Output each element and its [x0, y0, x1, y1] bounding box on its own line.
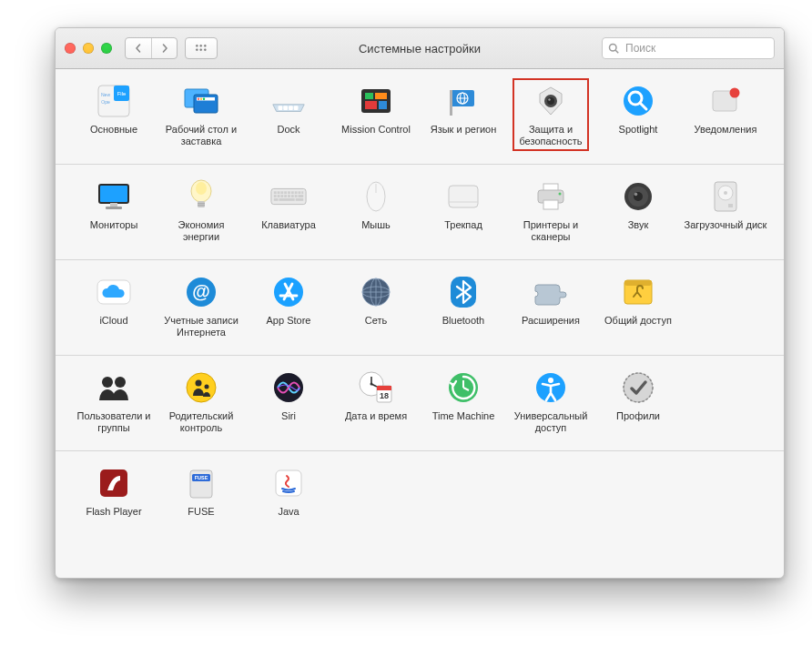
svg-point-30	[624, 86, 653, 116]
svg-rect-19	[375, 93, 387, 99]
pref-mission-control[interactable]: Mission Control	[332, 76, 420, 153]
svg-rect-41	[198, 203, 205, 204]
svg-rect-48	[288, 191, 290, 194]
svg-rect-46	[280, 191, 283, 194]
svg-point-29	[548, 98, 550, 100]
pref-label: Spotlight	[619, 124, 658, 136]
pref-siri[interactable]: Siri	[245, 363, 332, 439]
search-field[interactable]	[602, 37, 775, 59]
pref-profiles[interactable]: Профили	[594, 363, 682, 439]
internet-accounts-icon: @	[182, 273, 220, 311]
pref-accessibility[interactable]: Универсальный доступ	[507, 363, 594, 439]
pref-parental-controls[interactable]: Родительский контроль	[157, 363, 245, 439]
printers-icon	[532, 177, 570, 216]
svg-text:File: File	[117, 91, 127, 96]
svg-point-100	[205, 385, 209, 389]
svg-rect-20	[365, 101, 377, 109]
desktop-screensaver-icon	[182, 82, 220, 120]
window-toolbar: Системные настройки	[56, 28, 784, 69]
parental-controls-icon	[182, 368, 220, 407]
notifications-icon	[706, 82, 745, 120]
prefs-section-3: iCloud @ Учетные записи Интернета	[56, 260, 784, 356]
minimize-button[interactable]	[83, 43, 94, 54]
mouse-icon	[357, 177, 395, 216]
profiles-icon	[619, 368, 657, 407]
forward-button[interactable]	[151, 38, 177, 58]
pref-label: App Store	[267, 315, 311, 327]
pref-label: Защита и безопасность	[509, 124, 593, 147]
pref-flash-player[interactable]: Flash Player	[70, 459, 157, 523]
svg-point-11	[200, 98, 202, 100]
svg-text:@: @	[192, 281, 210, 301]
pref-displays[interactable]: Мониторы	[70, 172, 157, 248]
users-groups-icon	[95, 368, 133, 407]
pref-keyboard[interactable]: Клавиатура	[245, 172, 332, 248]
pref-energy-saver[interactable]: Экономия энергии	[157, 172, 245, 248]
svg-point-113	[548, 378, 553, 383]
svg-point-105	[370, 383, 373, 386]
svg-rect-63	[296, 198, 304, 201]
svg-point-75	[634, 193, 638, 197]
sharing-icon	[619, 273, 657, 311]
svg-rect-62	[279, 198, 295, 201]
java-icon	[269, 464, 308, 502]
pref-sound[interactable]: Звук	[594, 172, 682, 248]
close-button[interactable]	[65, 43, 76, 54]
pref-label: Расширения	[522, 315, 580, 327]
pref-sharing[interactable]: Общий доступ	[594, 267, 682, 344]
pref-label: Звук	[628, 219, 649, 231]
pref-time-machine[interactable]: Time Machine	[420, 363, 507, 439]
svg-rect-54	[278, 195, 280, 197]
pref-internet-accounts[interactable]: @ Учетные записи Интернета	[157, 267, 245, 344]
window-controls	[65, 43, 112, 54]
pref-printers-scanners[interactable]: Принтеры и сканеры	[507, 172, 594, 248]
pref-label: Сеть	[365, 315, 387, 327]
time-machine-icon	[444, 368, 482, 407]
show-all-button[interactable]	[185, 37, 218, 59]
app-store-icon	[269, 273, 308, 311]
pref-extensions[interactable]: Расширения	[507, 267, 594, 344]
pref-app-store[interactable]: App Store	[245, 267, 332, 344]
svg-text:FUSE: FUSE	[195, 475, 208, 480]
pref-label: Siri	[281, 410, 296, 422]
pref-language-region[interactable]: Язык и регион	[420, 76, 507, 153]
pref-label: Mission Control	[341, 124, 411, 136]
svg-rect-107	[377, 386, 391, 390]
svg-rect-61	[274, 198, 279, 201]
pref-label: Dock	[277, 124, 299, 136]
pref-spotlight[interactable]: Spotlight	[594, 76, 682, 153]
grid-icon	[195, 44, 208, 53]
general-icon: File New Ope	[95, 82, 133, 120]
pref-date-time[interactable]: 18 Дата и время	[332, 363, 420, 439]
svg-rect-49	[291, 191, 294, 194]
pref-trackpad[interactable]: Трекпад	[420, 172, 507, 248]
pref-fuse[interactable]: FUSE FUSE	[157, 459, 245, 523]
search-input[interactable]	[624, 41, 768, 56]
pref-bluetooth[interactable]: Bluetooth	[420, 267, 507, 344]
pref-mouse[interactable]: Мышь	[332, 172, 420, 248]
pref-icloud[interactable]: iCloud	[70, 267, 157, 344]
pref-java[interactable]: Java	[245, 459, 332, 523]
pref-notifications[interactable]: Уведомления	[682, 76, 769, 153]
svg-point-99	[196, 380, 202, 387]
pref-dock[interactable]: Dock	[245, 76, 332, 153]
prefs-section-2: Мониторы Экономия энергии	[56, 165, 784, 260]
pref-users-groups[interactable]: Пользователи и группы	[70, 363, 157, 439]
pref-security[interactable]: Защита и безопасность	[507, 76, 594, 153]
pref-label: Язык и регион	[431, 124, 497, 136]
svg-rect-55	[280, 195, 283, 197]
svg-line-1	[615, 50, 618, 53]
search-icon	[608, 43, 619, 54]
svg-rect-95	[624, 280, 652, 286]
zoom-button[interactable]	[101, 43, 112, 54]
pref-network[interactable]: Сеть	[332, 267, 420, 344]
pref-general[interactable]: File New Ope Основные	[70, 76, 157, 153]
pref-label: Time Machine	[432, 410, 495, 422]
svg-rect-52	[301, 191, 303, 194]
svg-point-71	[559, 193, 562, 196]
back-button[interactable]	[126, 38, 151, 58]
pref-label: Дата и время	[345, 410, 407, 422]
pref-startup-disk[interactable]: Загрузочный диск	[682, 172, 769, 248]
pref-desktop-screensaver[interactable]: Рабочий стол и заставка	[157, 76, 245, 153]
displays-icon	[95, 177, 133, 216]
